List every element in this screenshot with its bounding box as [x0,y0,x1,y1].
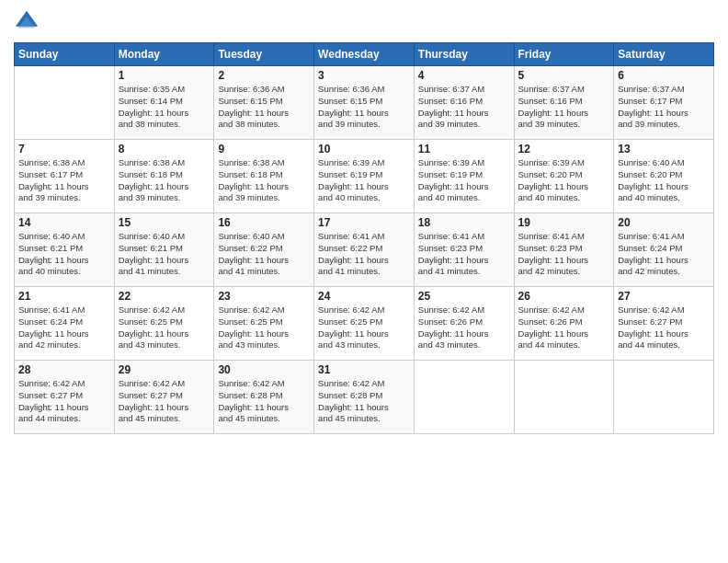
day-info: Sunrise: 6:41 AM Sunset: 6:23 PM Dayligh… [418,231,510,278]
header-day-wednesday: Wednesday [314,43,415,66]
day-number: 25 [418,290,510,303]
day-number: 9 [218,143,310,155]
calendar-cell: 11Sunrise: 6:39 AM Sunset: 6:19 PM Dayli… [414,140,514,213]
calendar-cell: 18Sunrise: 6:41 AM Sunset: 6:23 PM Dayli… [414,213,514,287]
calendar-cell: 30Sunrise: 6:42 AM Sunset: 6:28 PM Dayli… [214,361,314,434]
day-number: 19 [518,216,610,229]
day-number: 12 [518,143,610,155]
day-info: Sunrise: 6:42 AM Sunset: 6:25 PM Dayligh… [318,304,410,351]
day-info: Sunrise: 6:39 AM Sunset: 6:20 PM Dayligh… [518,157,610,204]
calendar-cell: 1Sunrise: 6:35 AM Sunset: 6:14 PM Daylig… [114,66,214,140]
day-info: Sunrise: 6:42 AM Sunset: 6:27 PM Dayligh… [618,304,710,351]
day-number: 23 [218,290,310,303]
calendar-cell [15,66,115,140]
day-number: 28 [18,363,110,376]
day-info: Sunrise: 6:42 AM Sunset: 6:28 PM Dayligh… [318,378,410,425]
day-number: 1 [119,69,210,82]
calendar-cell: 6Sunrise: 6:37 AM Sunset: 6:17 PM Daylig… [614,66,714,140]
day-number: 27 [618,290,710,303]
week-row-1: 1Sunrise: 6:35 AM Sunset: 6:14 PM Daylig… [15,66,714,140]
calendar-cell: 2Sunrise: 6:36 AM Sunset: 6:15 PM Daylig… [214,66,314,140]
calendar-cell: 16Sunrise: 6:40 AM Sunset: 6:22 PM Dayli… [214,213,314,287]
day-info: Sunrise: 6:41 AM Sunset: 6:24 PM Dayligh… [18,304,110,351]
calendar-cell: 15Sunrise: 6:40 AM Sunset: 6:21 PM Dayli… [114,213,214,287]
day-info: Sunrise: 6:42 AM Sunset: 6:25 PM Dayligh… [218,304,310,351]
day-number: 11 [418,143,510,155]
day-number: 26 [518,290,610,303]
day-number: 7 [18,143,110,155]
calendar-cell: 8Sunrise: 6:38 AM Sunset: 6:18 PM Daylig… [114,140,214,213]
calendar-cell: 13Sunrise: 6:40 AM Sunset: 6:20 PM Dayli… [614,140,714,213]
calendar-cell [614,361,714,434]
calendar-cell: 5Sunrise: 6:37 AM Sunset: 6:16 PM Daylig… [514,66,614,140]
day-number: 3 [318,69,410,82]
calendar-cell: 19Sunrise: 6:41 AM Sunset: 6:23 PM Dayli… [514,213,614,287]
calendar-cell: 14Sunrise: 6:40 AM Sunset: 6:21 PM Dayli… [15,213,115,287]
header-day-monday: Monday [114,43,214,66]
calendar-cell: 23Sunrise: 6:42 AM Sunset: 6:25 PM Dayli… [214,287,314,361]
day-info: Sunrise: 6:40 AM Sunset: 6:22 PM Dayligh… [218,231,310,278]
day-info: Sunrise: 6:35 AM Sunset: 6:14 PM Dayligh… [119,84,210,131]
day-number: 16 [218,216,310,229]
day-number: 6 [618,69,710,82]
day-number: 10 [318,143,410,155]
calendar-table: SundayMondayTuesdayWednesdayThursdayFrid… [14,42,714,434]
day-info: Sunrise: 6:38 AM Sunset: 6:18 PM Dayligh… [119,157,210,204]
day-info: Sunrise: 6:42 AM Sunset: 6:26 PM Dayligh… [518,304,610,351]
day-info: Sunrise: 6:37 AM Sunset: 6:16 PM Dayligh… [418,84,510,131]
calendar-cell: 31Sunrise: 6:42 AM Sunset: 6:28 PM Dayli… [314,361,415,434]
calendar-cell: 20Sunrise: 6:41 AM Sunset: 6:24 PM Dayli… [614,213,714,287]
day-info: Sunrise: 6:36 AM Sunset: 6:15 PM Dayligh… [318,84,410,131]
week-row-3: 14Sunrise: 6:40 AM Sunset: 6:21 PM Dayli… [15,213,714,287]
logo [14,9,43,35]
logo-icon [14,9,40,35]
header-day-friday: Friday [514,43,614,66]
day-info: Sunrise: 6:38 AM Sunset: 6:18 PM Dayligh… [218,157,310,204]
day-number: 5 [518,69,610,82]
calendar-cell: 28Sunrise: 6:42 AM Sunset: 6:27 PM Dayli… [15,361,115,434]
day-number: 2 [218,69,310,82]
header-row: SundayMondayTuesdayWednesdayThursdayFrid… [15,43,714,66]
day-info: Sunrise: 6:39 AM Sunset: 6:19 PM Dayligh… [318,157,410,204]
calendar-cell: 26Sunrise: 6:42 AM Sunset: 6:26 PM Dayli… [514,287,614,361]
day-info: Sunrise: 6:42 AM Sunset: 6:25 PM Dayligh… [119,304,210,351]
day-number: 31 [318,363,410,376]
day-info: Sunrise: 6:42 AM Sunset: 6:28 PM Dayligh… [218,378,310,425]
day-info: Sunrise: 6:41 AM Sunset: 6:24 PM Dayligh… [618,231,710,278]
header-day-sunday: Sunday [15,43,115,66]
day-info: Sunrise: 6:40 AM Sunset: 6:21 PM Dayligh… [119,231,210,278]
calendar-cell: 29Sunrise: 6:42 AM Sunset: 6:27 PM Dayli… [114,361,214,434]
day-number: 13 [618,143,710,155]
header-day-saturday: Saturday [614,43,714,66]
header [14,9,714,35]
day-info: Sunrise: 6:38 AM Sunset: 6:17 PM Dayligh… [18,157,110,204]
day-number: 30 [218,363,310,376]
day-info: Sunrise: 6:41 AM Sunset: 6:22 PM Dayligh… [318,231,410,278]
day-info: Sunrise: 6:36 AM Sunset: 6:15 PM Dayligh… [218,84,310,131]
day-number: 15 [119,216,210,229]
day-info: Sunrise: 6:39 AM Sunset: 6:19 PM Dayligh… [418,157,510,204]
calendar-cell: 3Sunrise: 6:36 AM Sunset: 6:15 PM Daylig… [314,66,415,140]
calendar-cell: 24Sunrise: 6:42 AM Sunset: 6:25 PM Dayli… [314,287,415,361]
day-info: Sunrise: 6:42 AM Sunset: 6:26 PM Dayligh… [418,304,510,351]
day-info: Sunrise: 6:37 AM Sunset: 6:17 PM Dayligh… [618,84,710,131]
week-row-2: 7Sunrise: 6:38 AM Sunset: 6:17 PM Daylig… [15,140,714,213]
day-number: 17 [318,216,410,229]
day-info: Sunrise: 6:37 AM Sunset: 6:16 PM Dayligh… [518,84,610,131]
day-info: Sunrise: 6:40 AM Sunset: 6:21 PM Dayligh… [18,231,110,278]
day-number: 22 [119,290,210,303]
calendar-cell: 9Sunrise: 6:38 AM Sunset: 6:18 PM Daylig… [214,140,314,213]
calendar-cell [514,361,614,434]
day-number: 8 [119,143,210,155]
week-row-4: 21Sunrise: 6:41 AM Sunset: 6:24 PM Dayli… [15,287,714,361]
header-day-thursday: Thursday [414,43,514,66]
day-number: 24 [318,290,410,303]
calendar-cell: 27Sunrise: 6:42 AM Sunset: 6:27 PM Dayli… [614,287,714,361]
calendar-cell [414,361,514,434]
calendar-cell: 12Sunrise: 6:39 AM Sunset: 6:20 PM Dayli… [514,140,614,213]
day-number: 14 [18,216,110,229]
calendar-cell: 25Sunrise: 6:42 AM Sunset: 6:26 PM Dayli… [414,287,514,361]
calendar-cell: 7Sunrise: 6:38 AM Sunset: 6:17 PM Daylig… [15,140,115,213]
calendar-cell: 17Sunrise: 6:41 AM Sunset: 6:22 PM Dayli… [314,213,415,287]
page: SundayMondayTuesdayWednesdayThursdayFrid… [0,0,728,563]
